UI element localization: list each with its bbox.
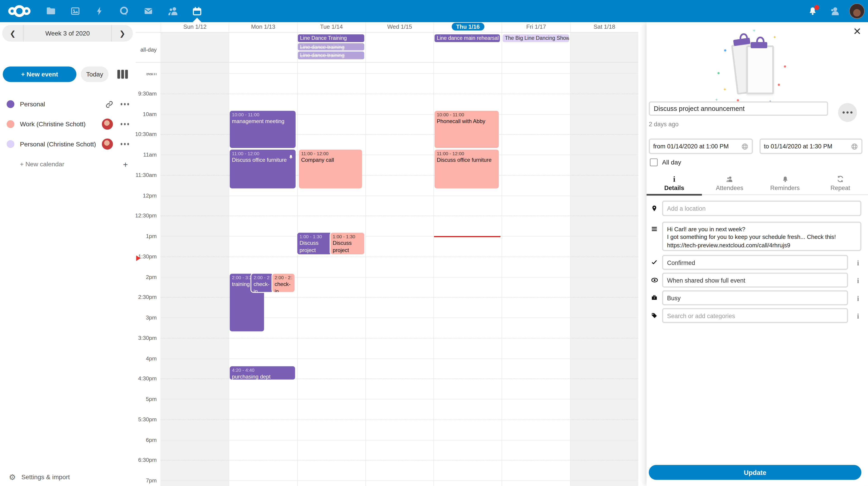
contacts-icon[interactable] bbox=[160, 0, 185, 22]
topbar-right bbox=[802, 0, 868, 22]
notifications-bell-icon[interactable] bbox=[802, 0, 824, 22]
day-header[interactable]: Fri 1/17 bbox=[502, 22, 570, 32]
calendar-item-personal-christine[interactable]: Personal (Christine Schott) bbox=[0, 134, 135, 154]
new-event-button[interactable]: + New event bbox=[3, 66, 76, 82]
photos-icon[interactable] bbox=[63, 0, 88, 22]
all-day-event[interactable]: Line Dance Training bbox=[298, 34, 364, 42]
calendar-event[interactable]: 2:00 - 2:20 check-in bbox=[251, 274, 273, 292]
user-avatar[interactable] bbox=[846, 0, 868, 22]
event-more-actions-button[interactable] bbox=[838, 103, 857, 122]
all-day-checkbox[interactable] bbox=[650, 159, 657, 166]
day-header[interactable]: Mon 1/13 bbox=[229, 22, 297, 32]
previous-week-button[interactable]: ❮ bbox=[2, 29, 23, 37]
week-label[interactable]: Week 3 of 2020 bbox=[23, 25, 112, 41]
categories-info-icon[interactable]: i bbox=[848, 308, 868, 321]
time-label: 9:30am bbox=[138, 90, 157, 96]
calendar-color-dot bbox=[6, 120, 14, 128]
avatar bbox=[849, 3, 865, 19]
all-day-event[interactable]: Line dance training bbox=[298, 43, 364, 51]
description-icon bbox=[647, 222, 662, 232]
day-header[interactable]: Thu 1/16 bbox=[434, 22, 502, 32]
calendar-actions-icon[interactable] bbox=[121, 143, 129, 145]
time-label: 9am bbox=[146, 73, 157, 76]
calendar-event[interactable]: 1:00 - 1:30 Discuss project bbox=[331, 233, 364, 255]
calendar-event[interactable]: 2:00 - 2:20 check-in bbox=[272, 274, 294, 292]
mail-icon[interactable] bbox=[136, 0, 160, 22]
week-view-icon[interactable] bbox=[117, 70, 128, 79]
timezone-globe-icon[interactable] bbox=[851, 143, 858, 150]
categories-input[interactable] bbox=[662, 308, 848, 323]
plus-icon: + bbox=[123, 159, 128, 169]
time-label: 2:30pm bbox=[138, 294, 157, 300]
federation-contacts-icon[interactable] bbox=[824, 0, 846, 22]
nextcloud-calendar-app: ❮ Week 3 of 2020 ❯ + New event Today Per… bbox=[0, 0, 868, 486]
all-day-event[interactable]: Line dance main rehearsal bbox=[434, 34, 500, 42]
bell-icon bbox=[781, 176, 789, 183]
calendar-item-personal[interactable]: Personal bbox=[0, 94, 135, 114]
day-header[interactable]: Sat 1/18 bbox=[570, 22, 638, 32]
calendar-actions-icon[interactable] bbox=[121, 123, 129, 125]
all-day-event[interactable]: Line dance training bbox=[298, 52, 364, 59]
calendar-event[interactable]: 10:00 - 11:00 Phonecall with Abby bbox=[434, 111, 499, 148]
event-illustration: + ✦ ✦ + ✦ bbox=[724, 34, 790, 101]
calendar-event[interactable]: 11:00 - 12:00 Discuss office furniture bbox=[434, 149, 499, 188]
calendar-event[interactable]: 11:00 - 12:00 Company call bbox=[299, 149, 362, 188]
share-link-icon[interactable] bbox=[105, 101, 113, 108]
tab-repeat[interactable]: Repeat bbox=[813, 171, 868, 194]
day-header[interactable]: Sun 1/12 bbox=[160, 22, 229, 32]
description-textarea[interactable]: Hi Carl! are you in next week? I got som… bbox=[662, 222, 862, 251]
update-button[interactable]: Update bbox=[649, 465, 861, 480]
end-datetime-field[interactable]: to 01/14/2020 at 1:30 PM bbox=[760, 139, 863, 154]
calendar-event[interactable]: 11:00 - 12:00 Discuss office furniture bbox=[230, 149, 296, 188]
close-icon[interactable]: ✕ bbox=[853, 27, 862, 37]
tab-reminders[interactable]: Reminders bbox=[757, 171, 813, 194]
new-calendar-button[interactable]: + New calendar + bbox=[0, 154, 135, 174]
talk-icon[interactable] bbox=[112, 0, 136, 22]
location-input[interactable] bbox=[662, 201, 862, 216]
visibility-select[interactable]: When shared show full event bbox=[662, 273, 848, 288]
calendar-event[interactable]: 4:20 - 4:40 purchasing dept bbox=[230, 366, 295, 380]
time-label: 12pm bbox=[143, 192, 157, 198]
timezone-globe-icon[interactable] bbox=[741, 143, 748, 150]
reminder-bell-icon bbox=[288, 151, 293, 163]
time-label: 1pm bbox=[146, 233, 157, 239]
location-pin-icon bbox=[647, 201, 662, 212]
calendar-color-dot bbox=[6, 100, 14, 108]
app-menu bbox=[39, 0, 209, 22]
calendar-actions-icon[interactable] bbox=[121, 103, 129, 105]
tab-attendees[interactable]: Attendees bbox=[702, 171, 757, 194]
status-check-icon bbox=[647, 255, 662, 266]
nextcloud-logo[interactable] bbox=[6, 3, 32, 19]
freebusy-info-icon[interactable]: i bbox=[848, 290, 868, 303]
time-label: 2pm bbox=[146, 274, 157, 280]
time-label: 5:30pm bbox=[138, 416, 157, 422]
settings-import-button[interactable]: ⚙ Settings & import bbox=[9, 473, 70, 482]
time-label: 11am bbox=[143, 151, 157, 158]
all-day-events: Line Dance TrainingLine dance trainingLi… bbox=[160, 32, 638, 62]
status-info-icon[interactable]: i bbox=[848, 255, 868, 268]
today-button[interactable]: Today bbox=[81, 66, 108, 82]
time-label: 4:30pm bbox=[138, 376, 157, 382]
activity-icon[interactable] bbox=[88, 0, 112, 22]
events-layer: 10:00 - 11:00 management meeting 11:00 -… bbox=[160, 62, 638, 486]
day-header[interactable]: Tue 1/14 bbox=[297, 22, 365, 32]
tab-details[interactable]: i Details bbox=[647, 171, 702, 194]
event-title-input[interactable] bbox=[649, 102, 828, 116]
calendar-icon[interactable] bbox=[185, 0, 209, 22]
all-day-event[interactable]: The Big Line Dancing Show bbox=[503, 34, 569, 42]
files-icon[interactable] bbox=[39, 0, 63, 22]
freebusy-select[interactable]: Busy bbox=[662, 290, 848, 305]
repeat-icon bbox=[836, 175, 844, 183]
day-header[interactable]: Wed 1/15 bbox=[365, 22, 434, 32]
start-datetime-field[interactable]: from 01/14/2020 at 1:00 PM bbox=[649, 139, 753, 154]
shared-by-avatar bbox=[101, 119, 113, 130]
next-week-button[interactable]: ❯ bbox=[112, 29, 133, 37]
calendar-event[interactable]: 1:00 - 1:30 Discuss project announcement bbox=[297, 233, 332, 255]
visibility-info-icon[interactable]: i bbox=[848, 273, 868, 285]
current-time-line bbox=[434, 236, 500, 237]
status-select[interactable]: Confirmed bbox=[662, 255, 848, 270]
calendar-event[interactable]: 10:00 - 11:00 management meeting bbox=[230, 111, 296, 148]
time-label: 1:30pm bbox=[138, 253, 157, 259]
calendar-item-work-christine[interactable]: Work (Christine Schott) bbox=[0, 114, 135, 134]
time-label: 6pm bbox=[146, 437, 157, 443]
